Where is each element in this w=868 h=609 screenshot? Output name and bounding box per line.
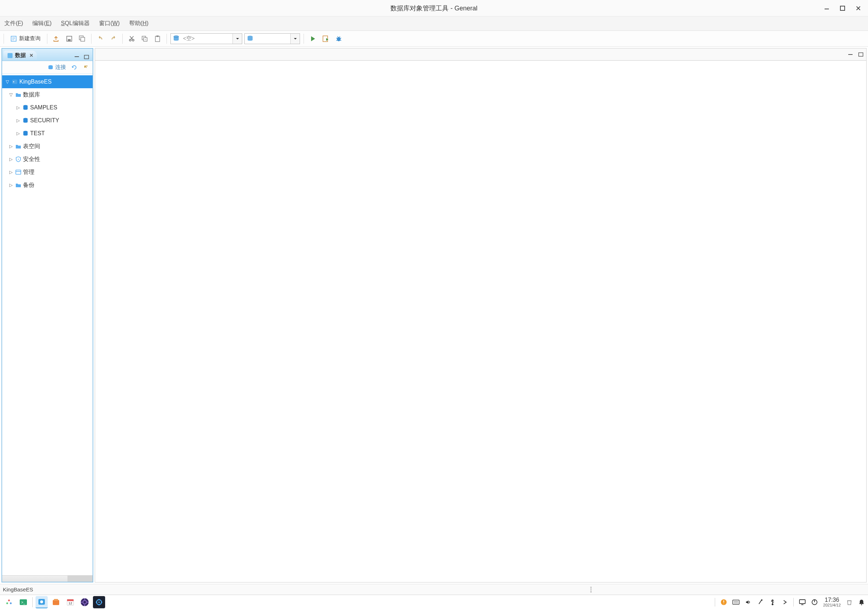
- close-button[interactable]: [855, 5, 862, 11]
- expand-icon[interactable]: ▷: [8, 157, 14, 162]
- datasource-combo-dropdown[interactable]: [232, 34, 242, 44]
- menu-file[interactable]: 文件(F): [4, 20, 23, 27]
- tray-volume-icon[interactable]: [744, 598, 752, 606]
- paste-button[interactable]: [152, 33, 163, 44]
- save-all-button[interactable]: [77, 33, 88, 44]
- undo-button[interactable]: [95, 33, 106, 44]
- redo-button[interactable]: [108, 33, 119, 44]
- svg-line-28: [336, 40, 337, 40]
- tree-item-label: 管理: [23, 168, 34, 176]
- tree-folder-databases[interactable]: ▽ 数据库: [2, 88, 93, 101]
- menu-window[interactable]: 窗口(W): [99, 20, 120, 27]
- connect-label: 连接: [55, 64, 66, 71]
- sidebar-minimize-icon[interactable]: [74, 55, 80, 59]
- tree-db-test[interactable]: ▷ TEST: [2, 127, 93, 140]
- floppy-icon: [66, 35, 73, 42]
- tree-folder-backup[interactable]: ▷ 备份: [2, 179, 93, 192]
- svg-rect-11: [81, 37, 85, 41]
- statusbar-grip[interactable]: [590, 587, 592, 592]
- calendar-icon[interactable]: 12: [64, 596, 76, 608]
- expand-icon[interactable]: ▽: [4, 79, 10, 84]
- svg-point-74: [761, 599, 763, 601]
- floppy-multi-icon: [79, 35, 86, 42]
- tree-view[interactable]: ▽ KingBaseES ▽ 数据库 ▷ SAMPLES ▷ SECURITY …: [2, 74, 93, 575]
- svg-rect-36: [12, 80, 17, 84]
- export-button[interactable]: [51, 33, 62, 44]
- menu-bar: 文件(F) 编辑(E) SQL编辑器 窗口(W) 帮助(H): [0, 17, 868, 31]
- collapse-icon[interactable]: [82, 64, 89, 71]
- maximize-button[interactable]: [839, 5, 846, 11]
- sidebar-tab-label: 数据: [15, 52, 26, 59]
- connect-button[interactable]: 连接: [47, 64, 66, 71]
- expand-icon[interactable]: ▷: [15, 105, 21, 110]
- debug-button[interactable]: [333, 33, 344, 44]
- clock[interactable]: 17:36 2021/4/12: [823, 597, 841, 607]
- expand-icon[interactable]: ▷: [8, 144, 14, 149]
- tree-root-kingbase[interactable]: ▽ KingBaseES: [2, 75, 93, 88]
- expand-icon[interactable]: ▷: [15, 118, 21, 123]
- app-store-icon[interactable]: [50, 596, 62, 608]
- datasource-combo[interactable]: <空>: [170, 33, 242, 44]
- database-combo-dropdown[interactable]: [290, 34, 300, 44]
- cut-button[interactable]: [126, 33, 137, 44]
- tree-item-label: 安全性: [23, 156, 40, 163]
- tray-update-icon[interactable]: [720, 598, 727, 606]
- copy-button[interactable]: +: [139, 33, 150, 44]
- tray-keyboard-icon[interactable]: [732, 598, 739, 606]
- sidebar-scrollbar[interactable]: [2, 575, 93, 582]
- terminal-icon[interactable]: >_: [17, 596, 29, 608]
- menu-sql-editor[interactable]: SQL编辑器: [61, 20, 90, 27]
- tray-notifications-icon[interactable]: [858, 598, 865, 606]
- tray-usb-icon[interactable]: [769, 598, 776, 606]
- svg-rect-56: [67, 599, 74, 601]
- editor-tabstrip: [95, 48, 866, 60]
- bug-icon: [335, 35, 342, 42]
- database-combo[interactable]: [244, 33, 300, 44]
- file-manager-icon[interactable]: [36, 596, 48, 608]
- new-query-label: 新建查询: [19, 35, 40, 42]
- tray-monitor-icon[interactable]: [799, 598, 806, 606]
- editor-minimize-icon[interactable]: [848, 53, 853, 56]
- expand-icon[interactable]: ▷: [8, 170, 14, 175]
- svg-rect-19: [155, 36, 160, 42]
- svg-rect-9: [68, 39, 71, 41]
- folder-icon: [15, 182, 22, 188]
- export-icon: [53, 35, 60, 42]
- settings-gear-icon[interactable]: [79, 596, 91, 608]
- chevron-down-icon: [236, 37, 240, 41]
- start-menu-icon[interactable]: [3, 596, 15, 608]
- svg-point-47: [6, 602, 8, 604]
- svg-point-25: [337, 37, 341, 41]
- svg-point-75: [772, 603, 773, 605]
- run-script-button[interactable]: [321, 33, 331, 44]
- editor-restore-icon[interactable]: [858, 53, 863, 57]
- tree-item-label: KingBaseES: [19, 79, 52, 85]
- tray-trash-icon[interactable]: [846, 598, 853, 606]
- tree-folder-manage[interactable]: ▷ 管理: [2, 166, 93, 179]
- app-kingbase-icon[interactable]: [93, 596, 105, 608]
- sidebar-tab-data[interactable]: 数据 ✕: [3, 51, 37, 60]
- refresh-icon[interactable]: [71, 64, 78, 71]
- minimize-button[interactable]: [823, 5, 830, 11]
- editor-panel: [95, 48, 866, 583]
- sidebar-restore-icon[interactable]: [84, 55, 89, 59]
- status-bar: KingBaseES: [0, 584, 868, 595]
- tree-folder-tablespace[interactable]: ▷ 表空间: [2, 140, 93, 153]
- new-query-button[interactable]: 新建查询: [8, 34, 43, 43]
- tray-mic-icon[interactable]: [757, 598, 764, 606]
- expand-icon[interactable]: ▷: [8, 182, 14, 188]
- run-button[interactable]: [307, 33, 318, 44]
- tree-db-samples[interactable]: ▷ SAMPLES: [2, 101, 93, 114]
- sidebar-tab-close[interactable]: ✕: [29, 53, 33, 58]
- tree-folder-security[interactable]: ▷ 安全性: [2, 153, 93, 166]
- database-icon: [22, 130, 29, 137]
- expand-icon[interactable]: ▷: [15, 131, 21, 136]
- menu-help[interactable]: 帮助(H): [129, 20, 149, 27]
- tray-power-icon[interactable]: [811, 598, 818, 606]
- expand-icon[interactable]: ▽: [8, 92, 14, 97]
- tray-next-icon[interactable]: [781, 598, 788, 606]
- editor-body: [95, 60, 866, 582]
- save-button[interactable]: [64, 33, 74, 44]
- menu-edit[interactable]: 编辑(E): [32, 20, 51, 27]
- tree-db-security[interactable]: ▷ SECURITY: [2, 114, 93, 127]
